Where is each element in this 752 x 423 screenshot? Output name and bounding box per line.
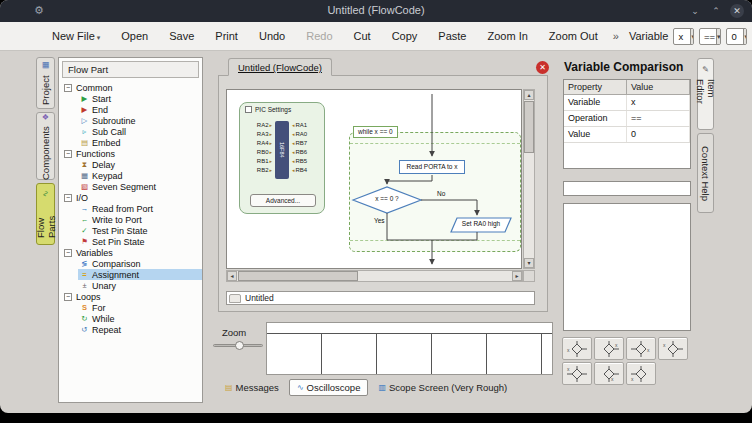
tab-scope-screen-label: Scope Screen (Very Rough) — [389, 382, 507, 393]
scroll-right-icon[interactable]: ▸ — [512, 271, 522, 281]
tree-item-start[interactable]: ▶Start — [59, 93, 202, 104]
svg-text:x: x — [663, 342, 666, 348]
tree-item-while[interactable]: ↻While — [59, 313, 202, 324]
collapse-icon[interactable]: − — [64, 249, 72, 257]
scroll-down-icon[interactable]: ▾ — [524, 258, 534, 268]
tree-item-write-to-port[interactable]: ←Write to Port — [59, 214, 202, 225]
scroll-left-icon[interactable]: ◂ — [227, 271, 237, 281]
tree-section-functions[interactable]: −Functions — [59, 148, 202, 159]
operator-select-value: == — [700, 29, 716, 44]
close-icon[interactable]: ✕ — [730, 4, 744, 18]
tab-scope-screen[interactable]: ▥ Scope Screen (Very Rough) — [371, 380, 514, 395]
comparison-template-button[interactable]: x — [626, 362, 656, 385]
tree-item-end[interactable]: ▶End — [59, 104, 202, 115]
tree-section-loops[interactable]: −Loops — [59, 291, 202, 302]
comparison-template-button[interactable]: x — [562, 337, 592, 360]
tab-messages[interactable]: ▤ Messages — [218, 380, 286, 395]
tree-section-common[interactable]: −Common — [59, 82, 202, 93]
maximize-icon[interactable]: ⌃ — [709, 4, 723, 18]
tree-item-sub-call[interactable]: ▹Sub Call — [59, 126, 202, 137]
tab-flow-parts[interactable]: Flow Parts ∿ — [36, 183, 55, 245]
operator-select[interactable]: == ▾ — [699, 28, 722, 45]
while-loop-label[interactable]: while x == 0 — [353, 126, 398, 138]
save-button[interactable]: Save — [163, 27, 200, 45]
document-tab[interactable]: Untitled (FlowCode) — [228, 58, 332, 76]
tree-item-read-from-port[interactable]: →Read from Port — [59, 203, 202, 214]
zoom-slider[interactable] — [213, 341, 263, 349]
tree-item-seven-segment[interactable]: ▧Seven Segment — [59, 181, 202, 192]
comparison-template-button[interactable]: x — [594, 337, 624, 360]
value-cell[interactable]: == — [627, 111, 690, 126]
zoom-in-button[interactable]: Zoom In — [481, 27, 533, 45]
unary-icon: ± — [80, 281, 89, 290]
tree-item-test-pin-state[interactable]: ✓Test Pin State — [59, 225, 202, 236]
set-ra0-block-label[interactable]: Set RA0 high — [453, 220, 509, 227]
value-select[interactable]: 0 ▾ — [726, 28, 747, 45]
toolbar-overflow-icon[interactable]: » — [613, 30, 619, 42]
collapse-icon[interactable]: − — [64, 293, 72, 301]
tree-section-variables[interactable]: −Variables — [59, 247, 202, 258]
seven-segment-icon: ▧ — [80, 182, 89, 191]
tree-item-delay[interactable]: ⧗Delay — [59, 159, 202, 170]
tree-item-comparison[interactable]: ≶Comparison — [59, 258, 202, 269]
horizontal-scrollbar[interactable]: ◂ ▸ — [226, 270, 523, 282]
zoom-out-button[interactable]: Zoom Out — [543, 27, 604, 45]
chevron-down-icon[interactable]: ▾ — [743, 29, 747, 44]
tab-context-help[interactable]: Context Help — [697, 133, 714, 213]
delay-icon: ⧗ — [80, 160, 89, 169]
variable-select[interactable]: x ▾ — [673, 28, 694, 45]
comparison-template-button[interactable]: x — [562, 362, 592, 385]
tree-item-repeat[interactable]: ↺Repeat — [59, 324, 202, 335]
cut-button[interactable]: Cut — [348, 27, 377, 45]
vertical-scrollbar[interactable]: ▴ ▾ — [523, 89, 535, 269]
zoom-slider-thumb[interactable] — [235, 341, 244, 350]
svg-text:x: x — [567, 347, 570, 353]
new-file-button[interactable]: New File▾ — [46, 27, 106, 45]
read-porta-block[interactable]: Read PORTA to x — [399, 160, 465, 174]
paste-button[interactable]: Paste — [432, 27, 472, 45]
comparison-template-button[interactable]: x — [594, 362, 624, 385]
svg-text:x: x — [647, 347, 650, 353]
collapse-icon[interactable]: − — [64, 84, 72, 92]
table-row: Variable x — [564, 95, 690, 111]
vertical-scroll-thumb[interactable] — [524, 101, 534, 153]
tree-item-keypad[interactable]: ▦Keypad — [59, 170, 202, 181]
print-button[interactable]: Print — [209, 27, 244, 45]
macro-tab-bar[interactable]: Untitled — [226, 291, 535, 305]
comparison-template-button[interactable]: x — [658, 337, 688, 360]
collapse-icon[interactable]: − — [64, 194, 72, 202]
document-close-icon[interactable]: ✕ — [536, 61, 549, 74]
open-button[interactable]: Open — [115, 27, 154, 45]
chevron-down-icon[interactable]: ▾ — [716, 29, 721, 44]
tab-item-editor[interactable]: ✎ Item Editor — [697, 58, 714, 130]
value-cell[interactable]: x — [627, 95, 690, 110]
chevron-down-icon[interactable]: ▾ — [690, 29, 694, 44]
item-editor-listbox[interactable] — [563, 203, 691, 331]
tab-components[interactable]: Components ❖ — [36, 112, 55, 180]
copy-button[interactable]: Copy — [386, 27, 424, 45]
tab-oscilloscope[interactable]: ∿ Oscilloscope — [289, 379, 369, 396]
redo-button[interactable]: Redo — [300, 27, 338, 45]
tab-project[interactable]: Project ▦ — [36, 57, 55, 109]
horizontal-scroll-thumb[interactable] — [238, 271, 358, 281]
flowchart-canvas[interactable]: PIC Settings RA2▸ RA3▸ RA4▸ RB0▸ RB1▸ RB… — [226, 89, 522, 269]
messages-icon: ▤ — [225, 383, 233, 392]
comparison-template-button[interactable]: x — [626, 337, 656, 360]
tree-item-set-pin-state[interactable]: ⚑Set Pin State — [59, 236, 202, 247]
tree-item-unary[interactable]: ±Unary — [59, 280, 202, 291]
tree-item-label: Delay — [92, 160, 115, 170]
tree-item-for[interactable]: SFor — [59, 302, 202, 313]
collapse-icon[interactable]: − — [64, 150, 72, 158]
tree-item-subroutine[interactable]: ▷Subroutine — [59, 115, 202, 126]
tree-item-assignment[interactable]: =Assignment — [59, 269, 202, 280]
tree-item-label: Test Pin State — [92, 226, 148, 236]
decision-block-label[interactable]: x == 0 ? — [355, 195, 419, 202]
property-value-input[interactable] — [563, 181, 691, 196]
tree-section-io[interactable]: −I/O — [59, 192, 202, 203]
value-cell[interactable]: 0 — [627, 127, 690, 142]
undo-button[interactable]: Undo — [253, 27, 291, 45]
tree-item-embed[interactable]: ▤Embed — [59, 137, 202, 148]
scroll-up-icon[interactable]: ▴ — [524, 90, 534, 100]
oscilloscope-display — [266, 322, 553, 375]
minimize-icon[interactable]: ⌄ — [688, 4, 702, 18]
